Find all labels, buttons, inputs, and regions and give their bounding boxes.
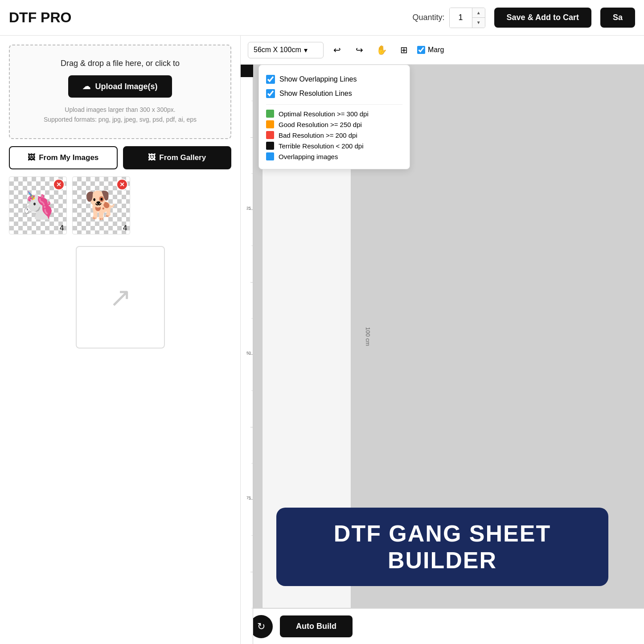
legend-overlapping-label: Overlapping images [279, 153, 338, 160]
legend-good-color [266, 120, 274, 128]
legend-terrible-color [266, 142, 274, 150]
show-overlapping-checkbox[interactable] [266, 75, 275, 84]
gallery-label: From Gallery [159, 153, 206, 162]
my-images-label: From My Images [39, 153, 98, 162]
grid-button[interactable]: ⊞ [395, 41, 413, 59]
legend-bad-color [266, 131, 274, 139]
cursor-icon: ↗ [109, 282, 131, 313]
image-source-buttons: 🖼 From My Images 🖼 From Gallery [9, 146, 231, 169]
vertical-ruler: 0 25 50 75 [241, 65, 253, 644]
dropdown-divider [266, 104, 402, 105]
show-overlapping-row: Show Overlapping Lines [266, 72, 402, 86]
logo: DTF PRO [9, 9, 71, 26]
show-resolution-label: Show Resolution Lines [279, 90, 352, 98]
upload-area: Drag & drop a file here, or click to ☁ U… [9, 45, 231, 139]
right-panel: 56cm X 100cm ▾ ↩ ↪ ✋ ⊞ Marg 0 [241, 36, 644, 644]
quantity-section: Quantity: ▲ ▼ [413, 8, 485, 28]
my-images-icon: 🖼 [28, 153, 35, 162]
save-add-to-cart-button[interactable]: Save & Add to Cart [494, 8, 591, 28]
thumbnail-1[interactable]: 🐕 ✕ 4 [72, 176, 130, 234]
quantity-label: Quantity: [413, 13, 445, 22]
size-selector[interactable]: 56cm X 100cm ▾ [248, 42, 324, 58]
dropdown-panel: Show Overlapping Lines Show Resolution L… [258, 65, 410, 169]
canvas-toolbar: 56cm X 100cm ▾ ↩ ↪ ✋ ⊞ Marg [241, 36, 644, 65]
quantity-up-button[interactable]: ▲ [472, 8, 485, 18]
thumbnail-0-count: 4 [60, 224, 64, 232]
branding-text: DTF GANG SHEET BUILDER [294, 520, 591, 574]
gallery-icon: 🖼 [148, 153, 156, 162]
legend-overlapping: Overlapping images [266, 151, 402, 162]
undo-button[interactable]: ↩ [328, 41, 346, 59]
thumbnail-0[interactable]: 🦄 ✕ 4 [9, 176, 67, 234]
left-panel: Drag & drop a file here, or click to ☁ U… [0, 36, 241, 644]
size-chevron-icon: ▾ [304, 46, 308, 54]
pan-icon: ✋ [376, 45, 387, 55]
upload-hint-line1: Upload images larger than 300 x 300px. [19, 105, 222, 115]
quantity-arrows: ▲ ▼ [472, 8, 485, 28]
upload-title: Drag & drop a file here, or click to [19, 59, 222, 68]
show-overlapping-label: Show Overlapping Lines [279, 75, 357, 83]
thumbnail-0-remove[interactable]: ✕ [53, 179, 65, 190]
auto-build-button[interactable]: Auto Build [280, 615, 353, 637]
grid-icon: ⊞ [400, 45, 408, 55]
image-thumbnails: 🦄 ✕ 4 🐕 ✕ 4 [9, 176, 231, 234]
legend-optimal: Optimal Resolution >= 300 dpi [266, 108, 402, 119]
legend-good-label: Good Resolution >= 250 dpi [279, 121, 362, 128]
refresh-icon: ↻ [257, 621, 265, 632]
upload-hint-line2: Supported formats: png, jpg, jpeg, svg, … [19, 115, 222, 124]
legend-bad-label: Bad Resolution >= 200 dpi [279, 131, 357, 139]
main-layout: Drag & drop a file here, or click to ☁ U… [0, 36, 644, 644]
upload-hint: Upload images larger than 300 x 300px. S… [19, 105, 222, 125]
show-resolution-checkbox[interactable] [266, 89, 275, 98]
quantity-input-wrap: ▲ ▼ [449, 8, 485, 28]
margin-checkbox-wrap: Marg [417, 46, 444, 54]
from-gallery-button[interactable]: 🖼 From Gallery [123, 146, 232, 169]
upload-button-label: Upload Image(s) [95, 82, 157, 91]
upload-button[interactable]: ☁ Upload Image(s) [68, 75, 172, 98]
redo-button[interactable]: ↪ [350, 41, 368, 59]
canvas-drop-zone[interactable]: ↗ [76, 246, 165, 349]
legend-overlapping-color [266, 152, 274, 160]
bottom-bar: ↻ Auto Build [241, 608, 644, 644]
quantity-down-button[interactable]: ▼ [472, 18, 485, 28]
save-button[interactable]: Sa [600, 8, 635, 28]
branding-overlay: DTF GANG SHEET BUILDER [276, 508, 608, 586]
legend-good: Good Resolution >= 250 dpi [266, 119, 402, 130]
quantity-input[interactable] [450, 8, 472, 28]
pan-button[interactable]: ✋ [373, 41, 390, 59]
legend-optimal-label: Optimal Resolution >= 300 dpi [279, 110, 369, 118]
margin-label: Marg [428, 46, 444, 54]
legend-optimal-color [266, 110, 274, 118]
thumbnail-1-remove[interactable]: ✕ [116, 179, 128, 190]
header: DTF PRO Quantity: ▲ ▼ Save & Add to Cart… [0, 0, 644, 36]
legend-terrible-label: Terrible Resolution < 200 dpi [279, 142, 364, 150]
from-my-images-button[interactable]: 🖼 From My Images [9, 146, 118, 169]
thumbnail-1-count: 4 [123, 224, 127, 232]
canvas-unit-label: 100 cm [365, 327, 371, 346]
legend-terrible: Terrible Resolution < 200 dpi [266, 140, 402, 151]
show-resolution-row: Show Resolution Lines [266, 86, 402, 101]
ruler-corner [241, 65, 253, 77]
legend-bad: Bad Resolution >= 200 dpi [266, 130, 402, 140]
size-label: 56cm X 100cm [254, 46, 301, 54]
margin-checkbox[interactable] [417, 46, 425, 54]
upload-icon: ☁ [82, 82, 90, 91]
